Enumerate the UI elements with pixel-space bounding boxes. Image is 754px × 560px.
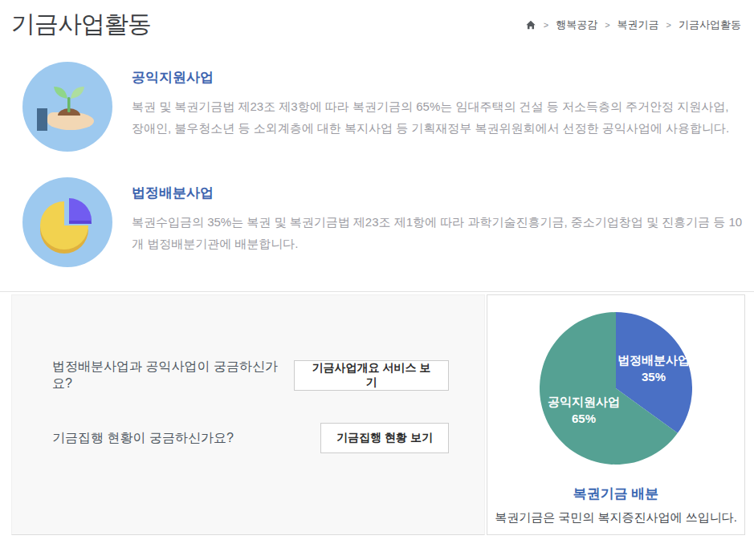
- breadcrumb-item-lottery-fund[interactable]: 복권기금: [617, 18, 659, 32]
- chart-caption: 복권기금은 국민의 복지증진사업에 쓰입니다.: [487, 510, 744, 526]
- section-public-interest: 공익지원사업 복권 및 복권기금법 제23조 제3항에 따라 복권기금의 65%…: [0, 62, 754, 152]
- breadcrumb-item-happiness[interactable]: 행복공감: [556, 18, 597, 32]
- pie-svg: [540, 312, 692, 465]
- section-body-public-interest: 복권 및 복권기금법 제23조 제3항에 따라 복권기금의 65%는 임대주택의…: [132, 95, 743, 139]
- fund-pie-chart: 법정배분사업 35% 공익지원사업 65%: [540, 312, 692, 465]
- pie-chart-icon: [22, 177, 112, 267]
- fund-execution-status-button[interactable]: 기금집행 현황 보기: [320, 423, 449, 453]
- breadcrumb-separator: >: [605, 20, 609, 30]
- fund-distribution-panel: 법정배분사업 35% 공익지원사업 65% 복권기금 배분 복권기금은 국민의 …: [487, 294, 745, 535]
- fund-overview-service-button[interactable]: 기금사업개요 서비스 보기: [294, 360, 449, 391]
- chart-title: 복권기금 배분: [487, 485, 744, 503]
- section-divider: [0, 291, 754, 292]
- faq-question-execution: 기금집행 현황이 궁금하신가요?: [52, 430, 234, 447]
- breadcrumb-separator: >: [544, 20, 548, 30]
- faq-panel: 법정배분사업과 공익사업이 궁금하신가요? 기금사업개요 서비스 보기 기금집행…: [11, 294, 485, 535]
- home-icon[interactable]: [525, 19, 536, 30]
- breadcrumb: > 행복공감 > 복권기금 > 기금사업활동: [525, 18, 741, 32]
- breadcrumb-item-current: 기금사업활동: [679, 18, 741, 32]
- section-public-interest-text: 공익지원사업 복권 및 복권기금법 제23조 제3항에 따라 복권기금의 65%…: [132, 62, 743, 152]
- hand-sprout-icon: [22, 62, 112, 152]
- section-body-statutory: 복권수입금의 35%는 복권 및 복권기금법 제23조 제1항에 따라 과학기술…: [132, 211, 743, 254]
- section-heading-public-interest: 공익지원사업: [132, 68, 743, 87]
- faq-row-overview: 법정배분사업과 공익사업이 궁금하신가요? 기금사업개요 서비스 보기: [12, 359, 484, 392]
- section-statutory-distribution: 법정배분사업 복권수입금의 35%는 복권 및 복권기금법 제23조 제1항에 …: [0, 177, 754, 267]
- breadcrumb-separator: >: [666, 20, 671, 30]
- faq-row-execution: 기금집행 현황이 궁금하신가요? 기금집행 현황 보기: [12, 422, 484, 454]
- section-statutory-distribution-text: 법정배분사업 복권수입금의 35%는 복권 및 복권기금법 제23조 제1항에 …: [132, 177, 743, 267]
- page-title: 기금사업활동: [11, 8, 151, 41]
- bottom-panels: 법정배분사업과 공익사업이 궁금하신가요? 기금사업개요 서비스 보기 기금집행…: [0, 294, 754, 535]
- section-heading-statutory: 법정배분사업: [132, 184, 743, 202]
- page-header: 기금사업활동 > 행복공감 > 복권기금 > 기금사업활동: [0, 0, 754, 41]
- faq-question-overview: 법정배분사업과 공익사업이 궁금하신가요?: [52, 359, 294, 392]
- fund-activity-page: 기금사업활동 > 행복공감 > 복권기금 > 기금사업활동: [0, 0, 754, 560]
